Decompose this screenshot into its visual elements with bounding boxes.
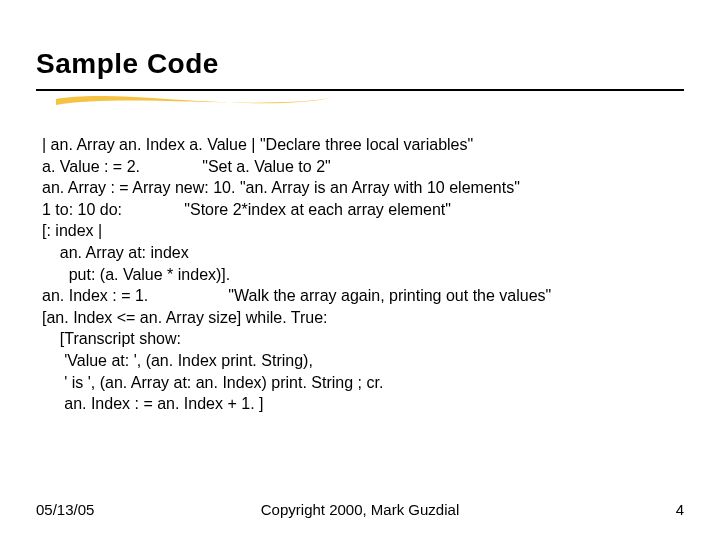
slide-title: Sample Code — [36, 48, 684, 80]
yellow-swoosh-icon — [56, 91, 336, 111]
footer-page-number: 4 — [676, 501, 684, 518]
footer: 05/13/05 Copyright 2000, Mark Guzdial 4 — [36, 501, 684, 518]
slide: Sample Code | an. Array an. Index a. Val… — [0, 0, 720, 540]
title-underline — [36, 86, 684, 112]
footer-date: 05/13/05 — [36, 501, 94, 518]
code-block: | an. Array an. Index a. Value | "Declar… — [42, 134, 684, 415]
footer-copyright: Copyright 2000, Mark Guzdial — [261, 501, 459, 518]
